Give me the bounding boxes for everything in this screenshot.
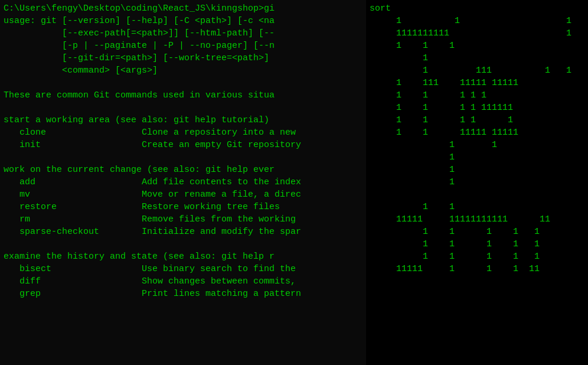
binary-line: 11111 11111111111 11: [370, 213, 584, 226]
binary-line: 1 111 1 1: [370, 64, 584, 77]
terminal-line: [--exec-path[=<path>]] [--html-path] [--: [4, 27, 362, 40]
terminal-line: examine the history and state (see also:…: [4, 250, 362, 263]
terminal-line: [4, 151, 362, 164]
terminal-line: restore Restore working tree files: [4, 201, 362, 213]
binary-line: 1 1 1: [370, 40, 584, 52]
terminal-line: grep Print lines matching a pattern: [4, 288, 362, 300]
binary-line: 1: [370, 151, 584, 164]
terminal-right: sort 1 1 1 1111111111 1 1 1 1 1 1 111 1 …: [366, 0, 588, 365]
binary-line: 1 1 1 1 1: [370, 238, 584, 250]
binary-line: 1 1 1 1 1: [370, 114, 584, 126]
terminal-line: sparse-checkout Initialize and modify th…: [4, 226, 362, 238]
terminal-line: C:\Users\fengy\Desktop\coding\React_JS\k…: [4, 2, 362, 15]
binary-line: 1 1 1 1 1: [370, 226, 584, 238]
terminal-line: add Add file contents to the index: [4, 176, 362, 188]
terminal-line: usage: git [--version] [--help] [-C <pat…: [4, 15, 362, 27]
terminal-lines: C:\Users\fengy\Desktop\coding\React_JS\k…: [4, 2, 362, 300]
binary-lines: 1 1 1 1111111111 1 1 1 1 1 1 111 1 1 1 1…: [370, 15, 584, 275]
terminal-line: [--git-dir=<path>] [--work-tree=<path>]: [4, 52, 362, 64]
sort-header: sort: [370, 2, 584, 15]
terminal-line: These are common Git commands used in va…: [4, 89, 362, 102]
terminal-line: [4, 238, 362, 250]
terminal-line: init Create an empty Git repository: [4, 139, 362, 151]
terminal-line: diff Show changes between commits,: [4, 275, 362, 288]
terminal-line: rm Remove files from the working: [4, 213, 362, 226]
terminal-line: work on the current change (see also: gi…: [4, 164, 362, 176]
terminal-left: C:\Users\fengy\Desktop\coding\React_JS\k…: [0, 0, 366, 365]
terminal-line: start a working area (see also: git help…: [4, 114, 362, 126]
binary-line: 1: [370, 176, 584, 188]
binary-line: 1 1: [370, 139, 584, 151]
binary-line: 1 1 1: [370, 15, 584, 27]
binary-line: 1: [370, 52, 584, 64]
binary-line: 1: [370, 164, 584, 176]
binary-line: [370, 188, 584, 201]
binary-line: 1 1 11111 11111: [370, 126, 584, 139]
binary-line: 1 1 1 1 1: [370, 89, 584, 102]
binary-line: 1 111 11111 11111: [370, 77, 584, 89]
terminal-line: clone Clone a repository into a new: [4, 126, 362, 139]
terminal-line: bisect Use binary search to find the: [4, 263, 362, 275]
terminal-line: [4, 102, 362, 114]
binary-line: 1111111111 1: [370, 27, 584, 40]
terminal-line: mv Move or rename a file, a direc: [4, 188, 362, 201]
terminal-line: <command> [<args>]: [4, 64, 362, 77]
binary-line: 11111 1 1 1 11: [370, 263, 584, 275]
terminal-line: [4, 77, 362, 89]
binary-line: 1 1: [370, 201, 584, 213]
binary-line: 1 1 1 1 1: [370, 250, 584, 263]
binary-line: 1 1 1 1 111111: [370, 102, 584, 114]
terminal-line: [-p | --paginate | -P | --no-pager] [--n: [4, 40, 362, 52]
